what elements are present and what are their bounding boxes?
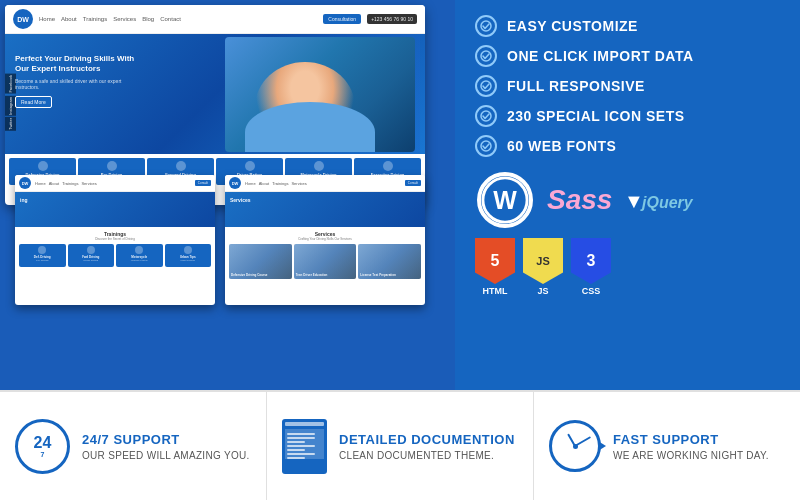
tc-defensive: Def. Driving Pro Driving bbox=[19, 244, 66, 267]
mockup-logo: DW bbox=[13, 9, 33, 29]
html5-num: 5 bbox=[491, 253, 500, 269]
t-icon bbox=[87, 246, 95, 254]
feature-label-3: FULL RESPONSIVE bbox=[507, 78, 645, 94]
mini-nav-links-3: Home About Trainings Services bbox=[245, 181, 401, 186]
fast-support-desc: WE ARE WORKING NIGHT DAY. bbox=[613, 450, 769, 461]
mockup-hero-text: Perfect Your Driving Skills With Our Exp… bbox=[15, 54, 135, 108]
html5-shield: 5 bbox=[475, 238, 515, 284]
twenty-four-label: 24 bbox=[34, 435, 52, 451]
feature-one-click: ONE CLICK IMPORT DATA bbox=[475, 45, 780, 67]
clock-icon-wrapper bbox=[549, 420, 601, 472]
feature-label-2: ONE CLICK IMPORT DATA bbox=[507, 48, 694, 64]
js-num: JS bbox=[536, 256, 549, 267]
sass-logo: Sass bbox=[547, 184, 612, 216]
html5-label: HTML bbox=[483, 286, 508, 296]
document-icon bbox=[282, 419, 327, 474]
css3-num: 3 bbox=[587, 253, 596, 269]
js-shield: JS bbox=[523, 238, 563, 284]
slash-label: 7 bbox=[41, 451, 45, 458]
crafting-title: Crafting Your Driving Skills Our Service… bbox=[229, 237, 421, 241]
mini-hero-text-2: ing bbox=[20, 197, 28, 203]
doc-line-2 bbox=[287, 437, 315, 439]
card-icon bbox=[176, 161, 186, 171]
top-section: DW Home About Trainings Services Blog Co… bbox=[0, 0, 800, 390]
t-icon bbox=[184, 246, 192, 254]
check-icon-1 bbox=[475, 15, 497, 37]
mini-nav-3: DW Home About Trainings Services Consult bbox=[225, 175, 425, 192]
check-icon-4 bbox=[475, 105, 497, 127]
doc-line-6 bbox=[287, 453, 315, 455]
tech-row-1: W Sass ▼ jQuery bbox=[475, 170, 780, 230]
support-247-panel: 24 7 24/7 SUPPORT OUR SPEED WILL AMAZING… bbox=[0, 392, 267, 500]
tc-urban: Urban Tips Night Driving bbox=[165, 244, 212, 267]
card-icon bbox=[245, 161, 255, 171]
mockup-nav-links: Home About Trainings Services Blog Conta… bbox=[39, 16, 317, 22]
detailed-doc-text: DETAILED DOCUMENTION CLEAN DOCUMENTED TH… bbox=[339, 432, 515, 461]
detailed-doc-panel: DETAILED DOCUMENTION CLEAN DOCUMENTED TH… bbox=[267, 392, 534, 500]
support-24-circle: 24 7 bbox=[15, 419, 70, 474]
wp-circle: W bbox=[477, 172, 533, 228]
tc-forward: Fwd Driving Driver Rating bbox=[68, 244, 115, 267]
mockup-hero-image bbox=[220, 34, 420, 154]
t-icon bbox=[38, 246, 46, 254]
mini-logo-3: DW bbox=[229, 177, 241, 189]
mini-hero-2: ing bbox=[15, 192, 215, 227]
t-icon bbox=[135, 246, 143, 254]
service-img-1: Defensive Driving Course bbox=[229, 244, 292, 279]
fast-support-title: FAST SUPPORT bbox=[613, 432, 769, 447]
bottom-section: 24 7 24/7 SUPPORT OUR SPEED WILL AMAZING… bbox=[0, 390, 800, 500]
doc-line-7 bbox=[287, 457, 305, 459]
feature-icon-sets: 230 SPECIAL ICON SETS bbox=[475, 105, 780, 127]
website-mockup-panel: DW Home About Trainings Services Blog Co… bbox=[0, 0, 455, 390]
mini-hero-3: Services bbox=[225, 192, 425, 227]
mockup-hero: Facebook Instagram Twitter Perfect Your … bbox=[5, 34, 425, 154]
wordpress-logo: W bbox=[475, 170, 535, 230]
svg-text:W: W bbox=[493, 186, 517, 214]
feature-label-5: 60 WEB FONTS bbox=[507, 138, 616, 154]
support-247-text: 24/7 SUPPORT OUR SPEED WILL AMAZING YOU. bbox=[82, 432, 250, 461]
mockup-read-more: Read More bbox=[15, 96, 52, 108]
doc-line-5 bbox=[287, 449, 305, 451]
check-icon-3 bbox=[475, 75, 497, 97]
mockup-hero-sub: Become a safe and skilled driver with ou… bbox=[15, 78, 125, 90]
mockup-consult-btn: Consultation bbox=[323, 14, 361, 24]
doc-icon bbox=[282, 419, 327, 474]
svg-text:jQuery: jQuery bbox=[640, 194, 694, 211]
mockup-hero-title: Perfect Your Driving Skills With Our Exp… bbox=[15, 54, 135, 75]
person-in-car bbox=[225, 37, 415, 152]
check-icon-2 bbox=[475, 45, 497, 67]
doc-line-4 bbox=[287, 445, 315, 447]
css3-label: CSS bbox=[582, 286, 601, 296]
check-icon-5 bbox=[475, 135, 497, 157]
service-img-2: Teen Driver Education bbox=[294, 244, 357, 279]
js-badge: JS JS bbox=[523, 238, 563, 296]
mini-logo-2: DW bbox=[19, 177, 31, 189]
jquery-logo: ▼ jQuery bbox=[624, 185, 704, 215]
svg-text:▼: ▼ bbox=[624, 190, 644, 212]
feature-web-fonts: 60 WEB FONTS bbox=[475, 135, 780, 157]
doc-lines bbox=[287, 433, 315, 459]
feature-easy-customize: EASY CUSTOMIZE bbox=[475, 15, 780, 37]
screenshot-third: DW Home About Trainings Services Consult… bbox=[225, 175, 425, 305]
feature-label-4: 230 SPECIAL ICON SETS bbox=[507, 108, 685, 124]
tc-motorcycle: Motorcycle Vehicle Control bbox=[116, 244, 163, 267]
right-panel: EASY CUSTOMIZE ONE CLICK IMPORT DATA FUL… bbox=[455, 0, 800, 390]
css3-badge: 3 CSS bbox=[571, 238, 611, 296]
js-label: JS bbox=[537, 286, 548, 296]
discover-title: Discover the Secret of Driving bbox=[19, 237, 211, 241]
tech-logos-area: W Sass ▼ jQuery bbox=[475, 170, 780, 296]
css3-shield: 3 bbox=[571, 238, 611, 284]
clock-center bbox=[573, 444, 578, 449]
clock-icon bbox=[549, 420, 601, 472]
service-img-3: License Test Preparation bbox=[358, 244, 421, 279]
sass-text: Sass bbox=[547, 184, 612, 215]
feature-full-responsive: FULL RESPONSIVE bbox=[475, 75, 780, 97]
mockup-phone: +123 456 76 90 10 bbox=[367, 14, 417, 24]
doc-line-3 bbox=[287, 441, 305, 443]
mockup-logo-text: DW bbox=[17, 16, 29, 23]
card-icon bbox=[38, 161, 48, 171]
clock-speed-arrow bbox=[598, 441, 606, 451]
html5-badge: 5 HTML bbox=[475, 238, 515, 296]
card-icon bbox=[383, 161, 393, 171]
mockup-navbar: DW Home About Trainings Services Blog Co… bbox=[5, 5, 425, 34]
